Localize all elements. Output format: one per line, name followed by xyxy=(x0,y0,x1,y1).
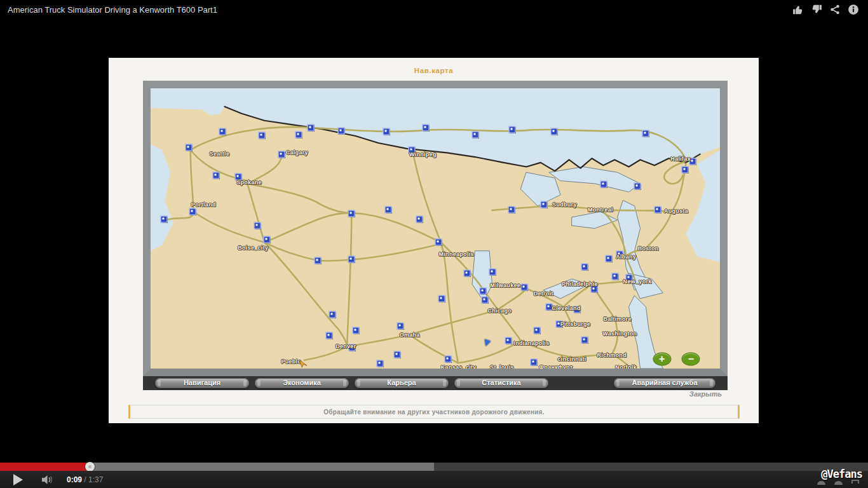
city-label-omaha: Omaha xyxy=(400,332,420,338)
city-marker-59[interactable] xyxy=(295,131,302,138)
city-marker-51[interactable] xyxy=(384,206,391,213)
city-marker-46[interactable] xyxy=(581,337,588,344)
city-marker-15[interactable] xyxy=(189,208,196,215)
quality-icon[interactable] xyxy=(834,481,843,485)
city-marker-13[interactable] xyxy=(213,172,220,179)
city-label-boise_city: Boise_city xyxy=(238,245,268,251)
city-marker-23[interactable] xyxy=(348,210,355,217)
city-marker-26[interactable] xyxy=(480,287,487,294)
city-marker-52[interactable] xyxy=(416,215,423,222)
city-marker-53[interactable] xyxy=(464,270,471,277)
city-marker-33[interactable] xyxy=(326,332,333,339)
video-frame: Нав.карта SeattleCalgaryWinnipegHalifaxS… xyxy=(109,58,759,423)
city-marker-48[interactable] xyxy=(531,358,538,365)
city-label-cincinnati: cincinnati xyxy=(558,356,587,362)
city-label-montreal: Montreal xyxy=(588,207,613,213)
city-label-sudbury: Sudbury xyxy=(552,201,577,208)
city-marker-38[interactable] xyxy=(581,263,588,270)
city-marker-41[interactable] xyxy=(600,180,607,187)
city-marker-7[interactable] xyxy=(508,126,515,133)
nav-map[interactable]: SeattleCalgaryWinnipegHalifaxSpokanePort… xyxy=(151,88,720,369)
video-title: American Truck Simulator Driving a Kenwo… xyxy=(8,5,217,15)
city-marker-54[interactable] xyxy=(438,295,445,302)
city-marker-16[interactable] xyxy=(160,215,167,222)
share-icon[interactable] xyxy=(829,4,841,15)
city-marker-29[interactable] xyxy=(505,337,512,344)
city-marker-4[interactable] xyxy=(383,128,390,135)
seek-scrubber[interactable] xyxy=(85,462,95,471)
city-label-detroit: Detroit xyxy=(534,290,553,297)
city-label-calgary: Calgary xyxy=(286,149,308,156)
city-marker-42[interactable] xyxy=(541,201,548,208)
city-marker-20[interactable] xyxy=(263,236,270,243)
city-marker-47[interactable] xyxy=(444,356,451,363)
city-marker-19[interactable] xyxy=(254,222,261,229)
game-button-4[interactable]: Статистика xyxy=(454,378,548,388)
city-label-indianapolis: Indianapolis xyxy=(513,340,549,346)
fullscreen-icon[interactable] xyxy=(851,480,859,485)
city-label-pittsburge: Pittsburge xyxy=(560,321,591,327)
seek-bar[interactable] xyxy=(0,463,868,471)
city-marker-40[interactable] xyxy=(634,182,641,189)
game-button-2[interactable]: Экономика xyxy=(255,378,349,388)
city-marker-10[interactable] xyxy=(682,166,689,173)
tip-text: Обращайте внимание на других участников … xyxy=(323,409,545,416)
city-marker-58[interactable] xyxy=(489,268,496,275)
city-marker-22[interactable] xyxy=(348,256,355,263)
city-marker-2[interactable] xyxy=(258,132,265,139)
city-label-milwaukee: Milwaukee xyxy=(490,282,520,288)
thumbs-down-icon[interactable] xyxy=(811,4,822,15)
city-marker-30[interactable] xyxy=(397,322,404,329)
city-marker-9[interactable] xyxy=(642,130,649,137)
city-label-washington: Washington xyxy=(602,330,637,337)
city-marker-45[interactable] xyxy=(534,327,541,334)
city-marker-50[interactable] xyxy=(329,311,336,318)
city-label-boston: Boston xyxy=(638,245,659,252)
volume-button[interactable] xyxy=(41,475,55,485)
city-marker-49[interactable] xyxy=(377,360,384,367)
city-label-cleveland: Cleveland xyxy=(552,305,580,311)
city-marker-17[interactable] xyxy=(278,151,285,158)
city-marker-60[interactable] xyxy=(338,128,345,135)
city-marker-1[interactable] xyxy=(219,128,226,135)
player-bottom-icons xyxy=(817,480,859,485)
city-marker-3[interactable] xyxy=(307,125,314,132)
city-marker-5[interactable] xyxy=(422,125,429,132)
city-marker-8[interactable] xyxy=(551,128,558,135)
map-zoom-out-button[interactable]: − xyxy=(682,353,700,366)
city-marker-31[interactable] xyxy=(352,327,359,334)
city-marker-6[interactable] xyxy=(471,132,478,139)
city-label-франкфурт: Франкфурт xyxy=(539,364,573,369)
city-label-winnipeg: Winnipeg xyxy=(409,151,437,158)
city-marker-57[interactable] xyxy=(393,351,400,358)
settings-icon[interactable] xyxy=(817,481,825,485)
city-label-halifax: Halifax xyxy=(670,156,691,162)
map-zoom-in-button[interactable]: + xyxy=(653,353,671,366)
player-top-icons xyxy=(792,4,859,15)
city-marker-12[interactable] xyxy=(186,144,193,151)
info-icon[interactable] xyxy=(848,4,859,15)
city-label-denver: Denver xyxy=(336,343,356,349)
game-menu-bar: НавигацияЭкономикаКарьераСтатистикаАвари… xyxy=(143,376,728,390)
game-button-3[interactable]: Карьера xyxy=(355,378,449,388)
game-button-1[interactable]: Навигация xyxy=(155,378,249,388)
city-marker-34[interactable] xyxy=(606,255,613,262)
city-marker-25[interactable] xyxy=(481,296,488,303)
tip-bar: Обращайте внимание на других участников … xyxy=(128,405,740,419)
thumbs-up-icon[interactable] xyxy=(792,4,804,15)
close-button[interactable]: Закрыть xyxy=(689,390,722,398)
city-marker-27[interactable] xyxy=(520,284,527,291)
game-window-title: Нав.карта xyxy=(109,67,759,74)
city-label-philadelphie: Philadelphie xyxy=(562,281,598,287)
play-button[interactable] xyxy=(13,474,23,485)
city-marker-24[interactable] xyxy=(435,239,442,246)
city-label-new_york: New_york xyxy=(623,278,652,285)
city-label-baltimore: Baltimore xyxy=(604,316,632,322)
city-marker-37[interactable] xyxy=(612,273,619,280)
city-marker-43[interactable] xyxy=(508,206,515,213)
time-separator: / xyxy=(82,475,88,484)
city-marker-39[interactable] xyxy=(654,206,661,213)
city-label-norfolk: Norfolk xyxy=(615,364,637,369)
city-marker-21[interactable] xyxy=(315,257,322,264)
game-button-5[interactable]: Аварийная служба xyxy=(614,378,715,388)
